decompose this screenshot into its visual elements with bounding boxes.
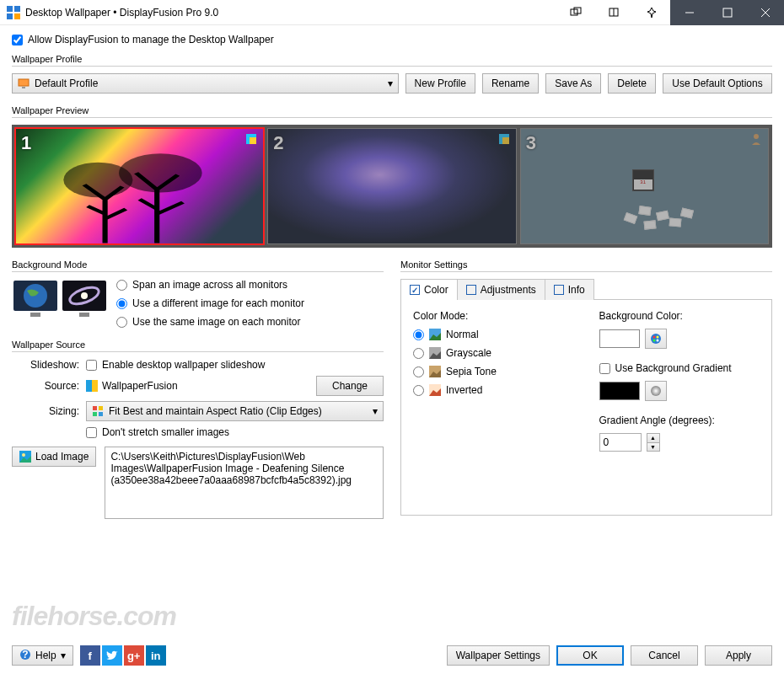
svg-rect-1 [14,6,20,12]
footer: ? Help ▾ f g+ in Wallpaper Settings OK C… [0,637,784,674]
tab-adjustments[interactable]: Adjustments [457,279,545,300]
wallpaperfusion-icon [86,380,98,392]
svg-rect-13 [22,87,25,88]
wallpaper-settings-button[interactable]: Wallpaper Settings [447,645,550,666]
svg-rect-15 [250,137,256,144]
allow-manage-checkbox[interactable]: Allow DisplayFusion to manage the Deskto… [12,34,772,45]
gradient-picker-button[interactable] [645,381,667,401]
thumb-galaxy-icon [61,279,108,319]
save-as-button[interactable]: Save As [545,73,601,94]
twitter-icon[interactable] [102,645,122,666]
use-default-options-button[interactable]: Use Default Options [663,73,772,94]
ok-button[interactable]: OK [556,645,624,666]
tab-adjustments-label: Adjustments [481,284,536,296]
multi-icon-2[interactable] [594,0,632,25]
sizing-value: Fit Best and maintain Aspect Ratio (Clip… [109,405,322,417]
linkedin-icon[interactable]: in [146,645,166,666]
bgmode-same-radio[interactable]: Use the same image on each monitor [116,316,304,328]
bgmode-span-radio[interactable]: Span an image across all monitors [116,279,304,291]
wallpaper-preview: 1 2 3 31 [12,125,772,248]
window-title: Desktop Wallpaper • DisplayFusion Pro 9.… [25,7,556,19]
help-label: Help [35,650,56,661]
minimize-button[interactable] [670,0,708,25]
titlebar: Desktop Wallpaper • DisplayFusion Pro 9.… [0,0,784,25]
cancel-button[interactable]: Cancel [631,645,698,666]
bgmode-diff-label: Use a different image for each monitor [132,297,304,309]
person-icon [749,132,763,146]
monitor-preview-2[interactable]: 2 [267,128,516,244]
gradient-angle-spinner[interactable]: ▲▼ [647,433,660,452]
mode-grayscale-icon [429,347,441,359]
multi-icon-1[interactable] [556,0,594,25]
sizing-select[interactable]: Fit Best and maintain Aspect Ratio (Clip… [86,401,384,421]
enable-slideshow-checkbox[interactable]: Enable desktop wallpaper slideshow [86,359,384,371]
sizing-icon [92,405,104,417]
help-button[interactable]: ? Help ▾ [12,645,73,666]
facebook-icon[interactable]: f [80,645,100,666]
bgmode-diff-radio[interactable]: Use a different image for each monitor [116,297,304,309]
svg-rect-31 [99,406,103,410]
app-icon [7,6,20,19]
colormode-normal-label: Normal [446,329,479,340]
source-value-label: WallpaperFusion [102,380,178,392]
colormode-inverted-radio[interactable]: Inverted [413,384,574,396]
image-path-box[interactable]: C:\Users\Keith\Pictures\DisplayFusion\We… [105,447,384,519]
delete-button[interactable]: Delete [608,73,656,94]
monitor-number: 3 [526,132,536,154]
colormode-grayscale-radio[interactable]: Grayscale [413,347,574,359]
tab-color[interactable]: Color [400,279,458,300]
allow-manage-input[interactable] [12,35,23,45]
gradient-angle-input[interactable] [599,433,642,452]
change-source-button[interactable]: Change [316,376,384,396]
bgcolor-label: Background Color: [599,310,760,322]
tab-info[interactable]: Info [545,279,594,300]
gradient-angle-label: Gradient Angle (degrees): [599,415,760,426]
allow-manage-label: Allow DisplayFusion to manage the Deskto… [28,34,274,45]
dont-stretch-checkbox[interactable]: Don't stretch smaller images [86,426,384,438]
gradient-color-swatch[interactable] [599,382,640,400]
color-mode-label: Color Mode: [413,310,574,322]
googleplus-icon[interactable]: g+ [124,645,144,666]
bgmode-span-label: Span an image across all monitors [132,279,287,291]
status-icon [497,132,511,146]
watermark: filehorse.com [12,601,176,632]
sizing-label: Sizing: [12,405,79,417]
new-profile-button[interactable]: New Profile [405,73,475,94]
mode-inverted-icon [429,384,441,396]
colormode-inverted-label: Inverted [446,384,482,396]
colormode-grayscale-label: Grayscale [446,347,491,359]
svg-rect-0 [7,6,13,12]
profile-selected: Default Profile [35,78,98,89]
svg-rect-19 [502,137,509,144]
source-value: WallpaperFusion [86,380,309,392]
monitor-preview-3[interactable]: 3 31 [520,128,769,244]
mode-sepia-icon [429,366,441,377]
svg-point-44 [656,340,658,342]
pin-icon[interactable] [632,0,670,25]
use-gradient-label: Use Background Gradient [615,362,732,374]
spinner-down-icon[interactable]: ▼ [647,443,659,452]
apply-button[interactable]: Apply [705,645,772,666]
svg-rect-23 [30,313,40,317]
svg-point-17 [119,154,202,193]
svg-point-42 [656,336,658,339]
maximize-button[interactable] [708,0,746,25]
tab-pane-color: Color Mode: Normal Grayscale Sepia Tone … [400,300,772,516]
colormode-normal-radio[interactable]: Normal [413,329,574,340]
colormode-sepia-radio[interactable]: Sepia Tone [413,366,574,377]
enable-slideshow-label: Enable desktop wallpaper slideshow [102,359,265,371]
bgcolor-swatch[interactable] [599,329,640,348]
close-button[interactable] [746,0,784,25]
monitor-preview-1[interactable]: 1 [15,128,264,244]
bgcolor-picker-button[interactable] [645,329,667,349]
preview-group-label: Wallpaper Preview [12,105,772,115]
chevron-down-icon: ▾ [388,78,393,89]
spinner-up-icon[interactable]: ▲ [647,434,659,443]
profile-select[interactable]: Default Profile ▾ [12,73,399,94]
tab-color-label: Color [424,284,448,296]
svg-rect-30 [93,406,97,410]
svg-rect-27 [79,313,89,317]
rename-button[interactable]: Rename [482,73,539,94]
load-image-button[interactable]: Load Image [12,447,96,467]
use-gradient-checkbox[interactable]: Use Background Gradient [599,362,760,374]
